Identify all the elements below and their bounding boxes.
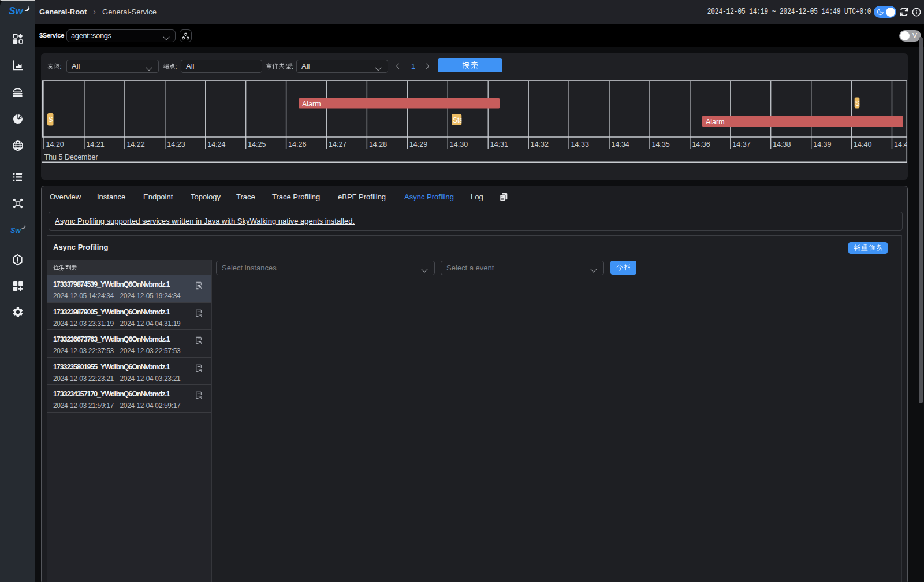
svg-text:14:20: 14:20 — [46, 140, 64, 149]
svg-text:14:24: 14:24 — [207, 140, 225, 149]
svg-text:14:25: 14:25 — [248, 140, 266, 149]
svg-text:14:29: 14:29 — [409, 140, 427, 149]
svg-text:14:41: 14:41 — [894, 140, 907, 149]
svg-text:Thu 5 December: Thu 5 December — [44, 153, 98, 161]
svg-text:14:40: 14:40 — [854, 140, 871, 149]
svg-text:14:30: 14:30 — [450, 140, 468, 149]
svg-text:14:21: 14:21 — [86, 140, 104, 149]
svg-text:14:34: 14:34 — [612, 140, 629, 149]
svg-text:14:31: 14:31 — [490, 140, 508, 149]
svg-text:14:26: 14:26 — [288, 140, 306, 149]
svg-text:14:35: 14:35 — [652, 140, 670, 149]
svg-text:14:33: 14:33 — [571, 140, 589, 149]
svg-text:14:28: 14:28 — [369, 140, 387, 149]
svg-text:14:23: 14:23 — [167, 140, 185, 149]
svg-text:Alarm: Alarm — [302, 100, 321, 108]
svg-text:14:37: 14:37 — [732, 140, 750, 149]
svg-text:Alarm: Alarm — [706, 118, 725, 126]
svg-text:14:38: 14:38 — [773, 140, 791, 149]
svg-text:S: S — [855, 99, 860, 107]
svg-text:14:36: 14:36 — [692, 140, 710, 149]
svg-text:14:22: 14:22 — [126, 140, 144, 149]
svg-text:14:27: 14:27 — [329, 140, 346, 149]
svg-text:14:39: 14:39 — [813, 140, 831, 149]
svg-text:S: S — [49, 116, 53, 124]
svg-text:14:32: 14:32 — [531, 140, 549, 149]
